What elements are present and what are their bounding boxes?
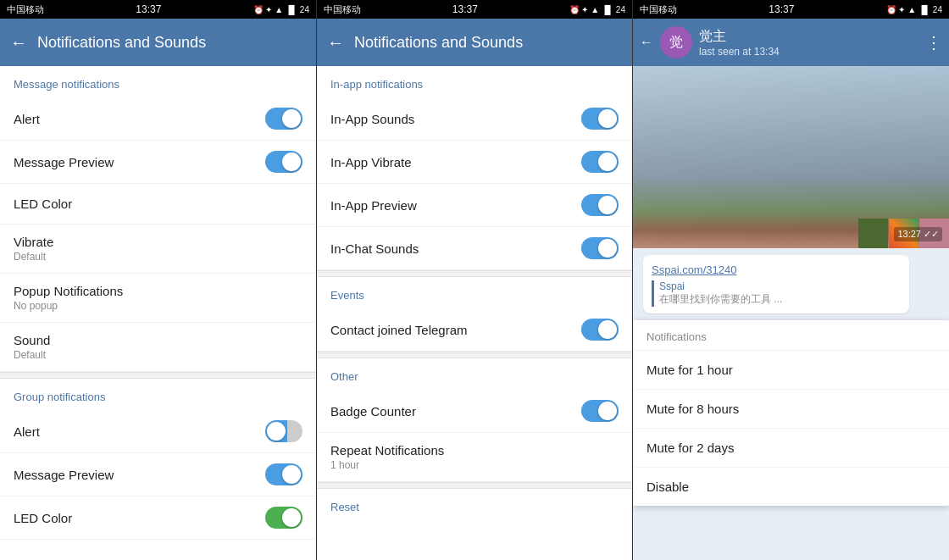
back-button-1[interactable]: ← [10, 33, 27, 53]
chat-link[interactable]: Sspai.com/31240 [652, 263, 736, 276]
divider-2c [317, 482, 632, 489]
thumbnail-1 [858, 219, 888, 248]
setting-label-alert: Alert [14, 112, 40, 126]
setting-sublabel-repeat-notifications: 1 hour [330, 459, 444, 471]
section-header-message: Message notifications [0, 66, 316, 97]
carrier-1: 中国移动 [7, 3, 44, 16]
setting-badge-counter[interactable]: Badge Counter [317, 390, 632, 433]
setting-sound[interactable]: Sound Default [0, 323, 316, 372]
page-title-2: Notifications and Sounds [354, 34, 622, 52]
panel-1: 中国移动 13:37 ⏰ ✦ ▲ ▐▌ 24 ← Notifications a… [0, 0, 316, 560]
chat-quoted-name: Sspai [659, 280, 901, 292]
mute-1h-item[interactable]: Mute for 1 hour [633, 351, 949, 390]
toggle-group-led[interactable] [265, 507, 302, 529]
setting-popup[interactable]: Popup Notifications No popup [0, 274, 316, 323]
avatar-text: 觉 [669, 34, 683, 52]
setting-inapp-sounds[interactable]: In-App Sounds [317, 97, 632, 141]
divider-2b [317, 352, 632, 358]
chat-timestamp: 13:27 ✓✓ [894, 227, 942, 241]
setting-message-preview[interactable]: Message Preview [0, 141, 316, 184]
status-icons-2: ⏰ ✦ ▲ ▐▌ 24 [569, 5, 625, 14]
toggle-inapp-vibrate[interactable] [581, 151, 619, 173]
toggle-badge-counter[interactable] [581, 400, 619, 422]
setting-label-inapp-sounds: In-App Sounds [330, 112, 414, 126]
setting-label-contact-joined: Contact joined Telegram [330, 323, 467, 337]
toggle-contact-joined[interactable] [581, 319, 619, 341]
popup-menu: Notifications Mute for 1 hour Mute for 8… [633, 320, 949, 506]
status-icons-1: ⏰ ✦ ▲ ▐▌ 24 [253, 5, 309, 14]
setting-sublabel-sound: Default [14, 349, 50, 361]
setting-label-inchat-sounds: In-Chat Sounds [330, 241, 419, 256]
chat-info: 觉主 last seen at 13:34 [699, 28, 918, 58]
section-header-events: Events [317, 277, 632, 308]
setting-repeat-notifications[interactable]: Repeat Notifications 1 hour [317, 433, 632, 482]
setting-group-msg-preview[interactable]: Message Preview [0, 453, 316, 496]
setting-led-color[interactable]: LED Color [0, 184, 316, 225]
panel-3: 中国移动 13:37 ⏰ ✦ ▲ ▐▌ 24 ← 觉 觉主 last seen … [632, 0, 949, 560]
more-options-icon[interactable]: ⋮ [925, 32, 942, 53]
popup-header: Notifications [633, 320, 949, 351]
carrier-3: 中国移动 [640, 3, 677, 16]
app-bar-2: ← Notifications and Sounds [317, 19, 632, 66]
toggle-inapp-sounds[interactable] [581, 108, 619, 130]
setting-vibrate[interactable]: Vibrate Default [0, 225, 316, 274]
time-1: 13:37 [136, 3, 161, 15]
carrier-2: 中国移动 [324, 3, 361, 16]
section-header-reset: Reset [317, 489, 632, 520]
status-bar-2: 中国移动 13:37 ⏰ ✦ ▲ ▐▌ 24 [317, 0, 632, 19]
status-bar-1: 中国移动 13:37 ⏰ ✦ ▲ ▐▌ 24 [0, 0, 316, 19]
status-icons-3: ⏰ ✦ ▲ ▐▌ 24 [886, 5, 942, 14]
setting-group-alert[interactable]: Alert [0, 410, 316, 453]
section-header-other: Other [317, 358, 632, 390]
setting-label-inapp-vibrate: In-App Vibrate [330, 155, 412, 169]
section-header-group: Group notifications [0, 379, 316, 410]
toggle-inapp-preview[interactable] [581, 194, 619, 216]
status-bar-3: 中国移动 13:37 ⏰ ✦ ▲ ▐▌ 24 [633, 0, 949, 19]
chat-quoted-text: 在哪里找到你需要的工具 ... [659, 292, 901, 307]
mute-2d-item[interactable]: Mute for 2 days [633, 429, 949, 468]
chat-bubble: Sspai.com/31240 Sspai 在哪里找到你需要的工具 ... [643, 255, 909, 313]
setting-label-popup: Popup Notifications [14, 284, 123, 298]
setting-label-vibrate: Vibrate [14, 235, 53, 249]
setting-label-badge-counter: Badge Counter [330, 404, 416, 419]
toggle-inchat-sounds[interactable] [581, 237, 619, 259]
divider-2a [317, 270, 632, 277]
setting-alert[interactable]: Alert [0, 97, 316, 141]
section-header-inapp: In-app notifications [317, 66, 632, 97]
setting-label-group-led: LED Color [14, 511, 72, 525]
divider-1 [0, 372, 316, 379]
setting-group-led[interactable]: LED Color [0, 496, 316, 540]
chat-message-area: Sspai.com/31240 Sspai 在哪里找到你需要的工具 ... [633, 248, 949, 320]
back-button-3[interactable]: ← [640, 35, 653, 50]
setting-label-inapp-preview: In-App Preview [330, 198, 417, 213]
setting-label-msg-preview: Message Preview [14, 155, 114, 169]
setting-inapp-preview[interactable]: In-App Preview [317, 184, 632, 227]
setting-contact-joined[interactable]: Contact joined Telegram [317, 308, 632, 352]
setting-inchat-sounds[interactable]: In-Chat Sounds [317, 227, 632, 270]
chat-name: 觉主 [699, 28, 918, 46]
chat-status: last seen at 13:34 [699, 46, 918, 58]
disable-item[interactable]: Disable [633, 468, 949, 506]
toggle-group-alert[interactable] [265, 420, 302, 442]
back-button-2[interactable]: ← [327, 33, 344, 53]
time-3: 13:37 [769, 3, 794, 15]
page-title-1: Notifications and Sounds [37, 34, 306, 52]
setting-inapp-vibrate[interactable]: In-App Vibrate [317, 141, 632, 184]
chat-content: 13:27 ✓✓ Sspai.com/31240 Sspai 在哪里找到你需要的… [633, 66, 949, 560]
settings-content-2: In-app notifications In-App Sounds In-Ap… [317, 66, 632, 560]
setting-label-sound: Sound [14, 333, 50, 347]
avatar: 觉 [660, 26, 692, 58]
setting-label-led: LED Color [14, 197, 72, 211]
setting-label-group-alert: Alert [14, 424, 40, 439]
setting-sublabel-popup: No popup [14, 300, 123, 312]
mute-8h-item[interactable]: Mute for 8 hours [633, 390, 949, 429]
chat-background: 13:27 ✓✓ [633, 66, 949, 248]
time-2: 13:37 [452, 3, 478, 15]
toggle-msg-preview[interactable] [265, 151, 302, 173]
toggle-group-msg-preview[interactable] [265, 463, 302, 485]
panel-2: 中国移动 13:37 ⏰ ✦ ▲ ▐▌ 24 ← Notifications a… [316, 0, 632, 560]
setting-sublabel-vibrate: Default [14, 251, 53, 263]
toggle-alert[interactable] [265, 108, 302, 130]
chat-app-bar: ← 觉 觉主 last seen at 13:34 ⋮ [633, 19, 949, 66]
chat-quoted: Sspai 在哪里找到你需要的工具 ... [652, 280, 901, 307]
